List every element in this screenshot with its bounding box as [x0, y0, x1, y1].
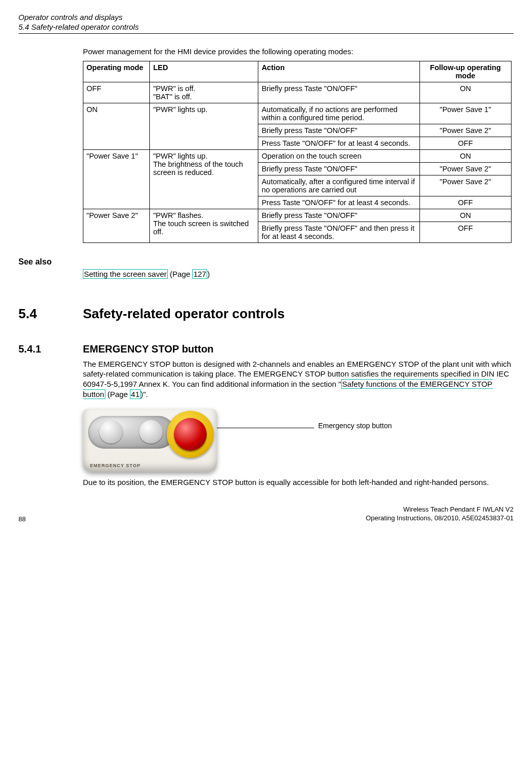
operating-modes-table: Operating mode LED Action Follow-up oper… — [83, 61, 512, 243]
footer-doc-id: Operating Instructions, 08/2010, A5E0245… — [366, 514, 514, 523]
cell-action: Press Taste "ON/OFF" for at least 4 seco… — [258, 196, 419, 209]
cell-action: Briefly press Taste "ON/OFF" — [258, 209, 419, 222]
th-led: LED — [150, 61, 258, 82]
section-5-4-1-number: 5.4.1 — [18, 343, 83, 355]
cell-next: ON — [419, 149, 511, 162]
cell-led: "PWR" flashes. The touch screen is switc… — [150, 209, 258, 242]
cell-next: ON — [419, 209, 511, 222]
section-5-4-heading: 5.4Safety-related operator controls — [18, 306, 514, 322]
estop-callout-label: Emergency stop button — [318, 422, 392, 430]
page-header-title: Operator controls and displays — [18, 12, 514, 23]
table-row: "Power Save 2" "PWR" flashes. The touch … — [83, 209, 512, 222]
screen-saver-page-link[interactable]: 127 — [192, 269, 207, 279]
table-row: OFF "PWR" is off. "BAT" is off. Briefly … — [83, 82, 512, 103]
page-number: 88 — [18, 515, 26, 523]
table-header-row: Operating mode LED Action Follow-up oper… — [83, 61, 512, 82]
cell-action: Automatically, after a configured time i… — [258, 175, 419, 196]
cell-mode: "Power Save 1" — [83, 149, 150, 209]
see-also-heading: See also — [18, 257, 514, 267]
footer-doc-title: Wireless Teach Pendant F IWLAN V2 — [366, 505, 514, 514]
callout-leader-line — [207, 428, 314, 428]
cell-next: OFF — [419, 222, 511, 242]
cell-mode: OFF — [83, 82, 150, 103]
cell-next: "Power Save 1" — [419, 103, 511, 124]
cell-led: "PWR" lights up. The brightness of the t… — [150, 149, 258, 209]
emergency-stop-paragraph-1: The EMERGENCY STOP button is designed wi… — [83, 359, 512, 400]
see-also-body: Setting the screen saver (Page 127) — [83, 270, 514, 278]
screen-saver-link[interactable]: Setting the screen saver — [83, 269, 168, 279]
round-button-b — [139, 420, 163, 444]
cell-next: OFF — [419, 196, 511, 209]
section-5-4-number: 5.4 — [18, 306, 83, 322]
page-header-subtitle: 5.4 Safety-related operator controls — [18, 23, 514, 31]
page-footer: 88 Wireless Teach Pendant F IWLAN V2 Ope… — [18, 505, 514, 523]
para1-text-c: )". — [141, 390, 148, 399]
table-row: "Power Save 1" "PWR" lights up. The brig… — [83, 149, 512, 162]
cell-next: OFF — [419, 137, 511, 149]
cell-mode: ON — [83, 103, 150, 149]
cell-next: ON — [419, 82, 511, 103]
section-5-4-1-title: EMERGENCY STOP button — [83, 343, 214, 355]
section-5-4-1-heading: 5.4.1EMERGENCY STOP button — [18, 343, 514, 355]
th-mode: Operating mode — [83, 61, 150, 82]
round-button-a — [99, 420, 123, 444]
intro-text: Power management for the HMI device prov… — [83, 47, 512, 56]
emergency-stop-device-image: EMERGENCY STOP — [83, 409, 217, 472]
cell-action: Briefly press Taste "ON/OFF" — [258, 82, 419, 103]
section-5-4-title: Safety-related operator controls — [83, 306, 284, 321]
cell-next: "Power Save 2" — [419, 162, 511, 175]
th-next: Follow-up operating mode — [419, 61, 511, 82]
cell-next: "Power Save 2" — [419, 124, 511, 137]
cell-led: "PWR" lights up. — [150, 103, 258, 149]
emergency-stop-paragraph-2: Due to its position, the EMERGENCY STOP … — [83, 477, 512, 488]
para1-text-b: (Page — [105, 390, 130, 399]
estop-strip-label: EMERGENCY STOP — [90, 463, 141, 468]
cell-mode: "Power Save 2" — [83, 209, 150, 242]
header-rule — [18, 33, 514, 34]
th-action: Action — [258, 61, 419, 82]
cell-action: Press Taste "ON/OFF" for at least 4 seco… — [258, 137, 419, 149]
cell-led: "PWR" is off. "BAT" is off. — [150, 82, 258, 103]
cell-action: Briefly press Taste "ON/OFF" — [258, 162, 419, 175]
cell-action: Automatically, if no actions are perform… — [258, 103, 419, 124]
safety-functions-page-link[interactable]: 41 — [130, 389, 141, 399]
estop-button-icon — [174, 418, 207, 451]
see-also-mid: (Page — [168, 270, 192, 278]
see-also-end: ) — [207, 270, 210, 278]
cell-action: Briefly press Taste "ON/OFF" and then pr… — [258, 222, 419, 242]
cell-action: Operation on the touch screen — [258, 149, 419, 162]
emergency-stop-figure: EMERGENCY STOP Emergency stop button — [83, 409, 512, 472]
table-row: ON "PWR" lights up. Automatically, if no… — [83, 103, 512, 124]
cell-action: Briefly press Taste "ON/OFF" — [258, 124, 419, 137]
cell-next: "Power Save 2" — [419, 175, 511, 196]
